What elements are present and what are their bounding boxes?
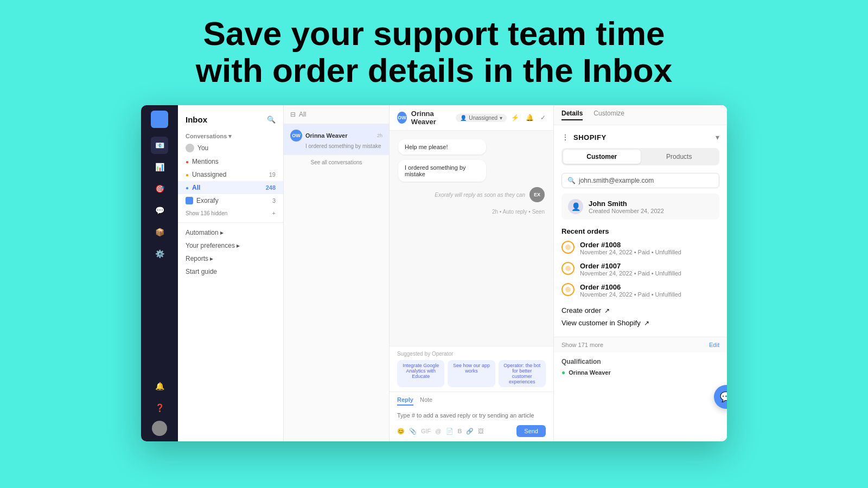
- order-details-1007: Order #1007 November 24, 2022 • Paid • U…: [580, 262, 681, 277]
- nav-item-exorafy[interactable]: Exorafy 3: [178, 194, 283, 207]
- nav-item-mentions[interactable]: ● Mentions: [178, 155, 283, 168]
- show-more-bar: Show 171 more Edit: [554, 337, 727, 352]
- order-details-1006: Order #1006 November 24, 2022 • Paid • U…: [580, 283, 681, 298]
- suggestions-area: Suggested by Operator Integrate Google A…: [390, 346, 553, 391]
- suggestion-chip-1[interactable]: Integrate Google Analytics with Educate: [397, 360, 444, 387]
- conversation-list: ⊟ All OW Orinna Weaver 2h I ordered some…: [284, 105, 390, 441]
- shopify-tab-products[interactable]: Products: [641, 150, 718, 164]
- view-customer-icon: ↗: [644, 319, 649, 327]
- message-2-text: I ordered something by mistake: [405, 164, 466, 177]
- chat-area: OW Orinna Weaver 👤 Unassigned ▾ ⚡ 🔔 ✓ He…: [390, 105, 553, 441]
- conv-name-orinna: Orinna Weaver: [305, 132, 374, 139]
- reply-tab-note[interactable]: Note: [420, 396, 432, 406]
- assignee-badge[interactable]: 👤 Unassigned ▾: [456, 114, 507, 122]
- header-icon-check[interactable]: ✓: [540, 114, 546, 121]
- reply-input[interactable]: [397, 409, 546, 422]
- header-icon-bolt[interactable]: ⚡: [511, 114, 519, 121]
- conv-avatar-orinna: OW: [290, 130, 302, 142]
- order-icon-1007: [561, 262, 575, 275]
- sidebar-icon-settings[interactable]: ⚙️: [151, 245, 168, 262]
- sidebar-bottom: 🔔 ❓: [151, 377, 168, 436]
- gif-icon[interactable]: GIF: [421, 428, 431, 434]
- link-icon[interactable]: 🔗: [466, 428, 474, 435]
- assignee-avatar-icon: 👤: [460, 115, 467, 121]
- order-icon-inner-1008: [565, 245, 571, 250]
- shopify-chevron-icon[interactable]: ▾: [716, 133, 719, 142]
- nav-item-start-guide[interactable]: Start guide: [178, 265, 283, 278]
- chat-user-avatar: OW: [397, 112, 407, 124]
- nav-divider-1: [178, 222, 283, 223]
- edit-link[interactable]: Edit: [709, 342, 719, 348]
- order-icon-inner-1007: [565, 266, 571, 271]
- nav-section-conversations: Conversations ▾: [178, 130, 283, 141]
- conv-item-header: OW Orinna Weaver 2h: [290, 130, 382, 142]
- sidebar-icon-inbox[interactable]: 📧: [151, 137, 168, 154]
- nav-item-reports[interactable]: Reports ▸: [178, 252, 283, 265]
- create-order-label: Create order: [561, 306, 601, 314]
- shopify-brand: ⋮ SHOPIFY: [561, 133, 607, 142]
- nav-search-icon[interactable]: 🔍: [267, 115, 276, 124]
- page-headline: Save your support team time with order d…: [196, 15, 672, 89]
- order-item-1007[interactable]: Order #1007 November 24, 2022 • Paid • U…: [561, 262, 719, 277]
- details-tab-customize[interactable]: Customize: [593, 110, 624, 120]
- sidebar-icon-messenger[interactable]: 💬: [151, 202, 168, 219]
- nav-label-you: You: [197, 144, 208, 152]
- qualification-section: Qualification ● Orinna Weaver: [554, 352, 727, 382]
- article-icon[interactable]: 📄: [446, 428, 454, 435]
- see-all-link[interactable]: See all conversations: [284, 155, 389, 170]
- show-hidden-label: Show 136 hidden: [186, 210, 227, 216]
- suggestions-label: Suggested by Operator: [397, 351, 546, 357]
- attach-icon[interactable]: 📎: [409, 428, 417, 435]
- nav-label-unassigned: Unassigned: [192, 171, 226, 178]
- nav-item-unassigned[interactable]: ● Unassigned 19: [178, 168, 283, 181]
- customer-name: John Smith: [589, 200, 664, 208]
- header-icon-snooze[interactable]: 🔔: [526, 114, 534, 121]
- conversation-item-orinna[interactable]: OW Orinna Weaver 2h I ordered something …: [284, 124, 389, 155]
- order-item-1006[interactable]: Order #1006 November 24, 2022 • Paid • U…: [561, 283, 719, 298]
- action-links: Create order ↗ View customer in Shopify …: [561, 304, 719, 329]
- automation-label: Automation ▸: [186, 229, 224, 236]
- nav-item-preferences[interactable]: Your preferences ▸: [178, 239, 283, 252]
- nav-count-unassigned: 19: [269, 171, 276, 178]
- suggestion-chip-2[interactable]: See how our app works: [448, 360, 495, 387]
- mention-btn[interactable]: @: [435, 428, 441, 434]
- reply-tabs: Reply Note: [397, 396, 546, 406]
- view-customer-link[interactable]: View customer in Shopify ↗: [561, 317, 719, 329]
- message-1: Help me please!: [398, 139, 486, 155]
- suggestion-chip-3[interactable]: Operator: the bot for better customer ex…: [499, 360, 546, 387]
- reply-tab-reply[interactable]: Reply: [397, 396, 413, 406]
- customer-card: 👤 John Smith Created November 24, 2022: [561, 194, 719, 220]
- details-tab-details[interactable]: Details: [561, 110, 583, 120]
- sidebar-icon-help[interactable]: ❓: [151, 399, 168, 416]
- customer-search-row[interactable]: 🔍 john.smith@example.com: [561, 173, 719, 188]
- nav-item-you[interactable]: You: [178, 141, 283, 155]
- nav-item-show-hidden[interactable]: Show 136 hidden +: [178, 207, 283, 219]
- emoji-icon[interactable]: 😊: [397, 428, 405, 435]
- shopify-tab-customer[interactable]: Customer: [563, 150, 641, 164]
- chat-messages: Help me please! I ordered something by m…: [390, 131, 553, 346]
- qualification-name: Orinna Weaver: [569, 369, 610, 376]
- system-message: Exorafy will reply as soon as they can E…: [435, 187, 545, 202]
- conv-list-header: ⊟ All: [284, 105, 389, 124]
- nav-item-automation[interactable]: Automation ▸: [178, 226, 283, 239]
- image-icon[interactable]: 🖼: [478, 428, 484, 434]
- exorafy-icon: [186, 197, 193, 204]
- bot-avatar: EX: [529, 187, 545, 202]
- sidebar-icon-analytics[interactable]: 📊: [151, 158, 168, 176]
- create-order-link[interactable]: Create order ↗: [561, 304, 719, 317]
- nav-label-all: All: [192, 184, 200, 191]
- nav-label-mentions: Mentions: [192, 158, 219, 165]
- sidebar-icon-articles[interactable]: 📦: [151, 223, 168, 241]
- order-item-1008[interactable]: Order #1008 November 24, 2022 • Paid • U…: [561, 241, 719, 255]
- bold-icon[interactable]: B: [458, 428, 462, 434]
- show-more-label[interactable]: Show 171 more: [561, 342, 603, 348]
- shopify-title: SHOPIFY: [573, 133, 607, 142]
- user-avatar[interactable]: [152, 421, 167, 436]
- order-icon-inner-1006: [565, 287, 571, 292]
- order-icon-1006: [561, 283, 575, 296]
- nav-item-all[interactable]: ● All 248: [178, 181, 283, 194]
- sidebar-icon-campaigns[interactable]: 🎯: [151, 180, 168, 197]
- sidebar-icon-notifications[interactable]: 🔔: [151, 377, 168, 395]
- reports-label: Reports ▸: [186, 255, 213, 262]
- send-button[interactable]: Send: [516, 425, 546, 437]
